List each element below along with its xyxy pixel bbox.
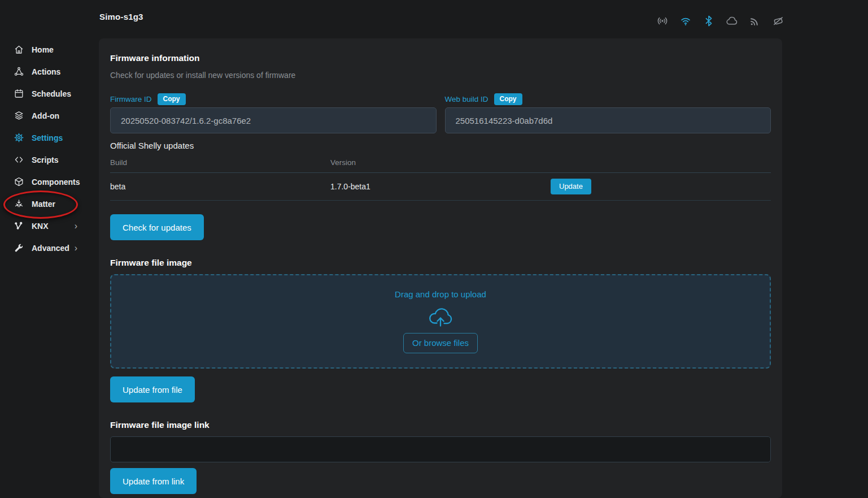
sidebar: Home Actions Schedules Add-on Settings bbox=[0, 35, 99, 498]
settings-icon bbox=[14, 132, 24, 143]
browse-files-button[interactable]: Or browse files bbox=[403, 333, 478, 353]
topbar: Simo-s1g3 bbox=[0, 0, 868, 35]
sidebar-item-label: Settings bbox=[32, 133, 63, 142]
sidebar-item-settings[interactable]: Settings bbox=[0, 127, 99, 149]
updates-table-header: Build Version bbox=[110, 153, 771, 173]
update-from-file-button[interactable]: Update from file bbox=[110, 376, 195, 402]
col-version: Version bbox=[330, 158, 551, 167]
home-icon bbox=[14, 44, 24, 55]
advanced-icon bbox=[14, 242, 24, 253]
check-for-updates-button[interactable]: Check for updates bbox=[110, 214, 204, 240]
firmware-id-copy-button[interactable]: Copy bbox=[158, 93, 186, 105]
updates-table: Build Version beta 1.7.0-beta1 Update bbox=[110, 153, 771, 201]
sidebar-item-label: Matter bbox=[32, 200, 55, 209]
table-row: beta 1.7.0-beta1 Update bbox=[110, 173, 771, 201]
build-cell: beta bbox=[110, 182, 330, 191]
firmware-id-field: Firmware ID Copy 20250520-083742/1.6.2-g… bbox=[110, 93, 437, 133]
components-icon bbox=[14, 176, 24, 187]
firmware-settings-panel: Firmware information Check for updates o… bbox=[99, 38, 782, 498]
sidebar-item-advanced[interactable]: Advanced › bbox=[0, 237, 99, 259]
sidebar-item-label: Components bbox=[32, 177, 80, 187]
device-name: Simo-s1g3 bbox=[99, 12, 143, 21]
sidebar-item-label: Scripts bbox=[32, 155, 58, 164]
status-icons bbox=[656, 15, 784, 27]
sidebar-item-scripts[interactable]: Scripts bbox=[0, 149, 99, 171]
cloud-icon bbox=[726, 15, 738, 27]
update-beta-button[interactable]: Update bbox=[551, 179, 591, 194]
sidebar-item-label: Add-on bbox=[32, 111, 59, 120]
col-build: Build bbox=[110, 158, 330, 167]
file-dropzone[interactable]: Drag and drop to upload Or browse files bbox=[110, 274, 771, 369]
web-build-id-field: Web build ID Copy 250516145223-d0ab7d6d bbox=[445, 93, 771, 133]
sidebar-item-label: KNX bbox=[32, 222, 49, 231]
firmware-link-title: Firmware file image link bbox=[110, 420, 771, 430]
sidebar-item-label: Advanced bbox=[32, 244, 69, 253]
sidebar-item-label: Schedules bbox=[32, 89, 71, 98]
mqtt-icon bbox=[749, 15, 761, 27]
firmware-id-value: 20250520-083742/1.6.2-gc8a76e2 bbox=[110, 107, 437, 133]
bluetooth-icon bbox=[703, 15, 715, 27]
firmware-info-subtitle: Check for updates or install new version… bbox=[110, 71, 771, 80]
knx-icon bbox=[14, 220, 24, 231]
upload-cloud-icon bbox=[426, 304, 455, 328]
official-updates-title: Official Shelly updates bbox=[110, 141, 771, 150]
firmware-file-image-title: Firmware file image bbox=[110, 258, 771, 268]
sidebar-item-label: Home bbox=[32, 45, 54, 54]
update-from-link-button[interactable]: Update from link bbox=[110, 468, 197, 494]
sidebar-item-label: Actions bbox=[32, 67, 60, 76]
web-build-id-value: 250516145223-d0ab7d6d bbox=[445, 107, 771, 133]
dropzone-label: Drag and drop to upload bbox=[395, 289, 486, 299]
matter-icon bbox=[14, 198, 24, 209]
sidebar-item-schedules[interactable]: Schedules bbox=[0, 83, 99, 105]
sidebar-item-home[interactable]: Home bbox=[0, 38, 99, 60]
web-build-id-label: Web build ID bbox=[445, 95, 488, 103]
wifi-icon bbox=[679, 15, 692, 27]
schedules-icon bbox=[14, 88, 24, 99]
chevron-right-icon: › bbox=[75, 222, 77, 231]
disabled-feature-icon bbox=[772, 15, 784, 27]
web-build-id-copy-button[interactable]: Copy bbox=[494, 93, 522, 105]
sidebar-item-actions[interactable]: Actions bbox=[0, 60, 99, 83]
firmware-link-input[interactable] bbox=[110, 436, 771, 462]
addon-icon bbox=[14, 110, 24, 121]
version-cell: 1.7.0-beta1 bbox=[330, 182, 551, 191]
chevron-right-icon: › bbox=[75, 244, 77, 253]
sidebar-item-matter[interactable]: Matter bbox=[0, 193, 99, 215]
id-fields: Firmware ID Copy 20250520-083742/1.6.2-g… bbox=[110, 93, 771, 133]
sidebar-item-knx[interactable]: KNX › bbox=[0, 215, 99, 237]
sidebar-item-addon[interactable]: Add-on bbox=[0, 105, 99, 127]
actions-icon bbox=[14, 66, 24, 77]
access-point-icon bbox=[656, 15, 669, 27]
sidebar-item-components[interactable]: Components bbox=[0, 171, 99, 193]
scripts-icon bbox=[14, 154, 24, 165]
firmware-info-title: Firmware information bbox=[110, 53, 771, 63]
firmware-id-label: Firmware ID bbox=[110, 95, 152, 103]
